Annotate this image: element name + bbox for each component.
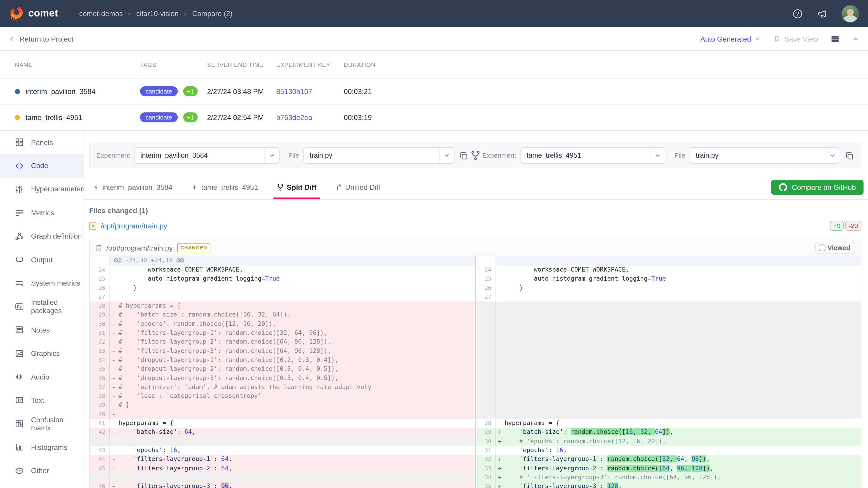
save-view-button[interactable]: Save View — [773, 35, 818, 43]
line-number: 32 — [476, 455, 496, 464]
sidebar-item-notes[interactable]: Notes — [0, 318, 84, 341]
compare-on-github-button[interactable]: Compare on GitHub — [771, 180, 864, 195]
experiment-key-link[interactable]: 85130b107 — [276, 87, 312, 96]
more-tags-badge[interactable]: +1 — [183, 86, 198, 96]
sidebar-item-output[interactable]: Output — [0, 248, 84, 271]
diff-sign: + — [498, 473, 502, 482]
sidebar-item-hyperparameters[interactable]: Hyperparameters — [0, 177, 84, 201]
line-number: 34 — [90, 356, 110, 365]
tag-badge[interactable]: candidate — [140, 86, 178, 96]
diff-code: -# 'filters-layergroup-3': random.choice… — [110, 347, 475, 356]
text-icon — [15, 396, 24, 404]
diff-line-ctx: 41hyperparams = { — [90, 419, 475, 428]
line-number: 28 — [476, 419, 496, 428]
diff-code: 'epochs': 16, — [496, 446, 861, 455]
left-file-select[interactable]: train.py — [304, 147, 454, 164]
diff-sign: + — [498, 437, 502, 446]
viewed-checkbox[interactable] — [819, 245, 825, 251]
server-end-time-cell: 2/27/24 02:54 PM — [203, 113, 272, 122]
confusion-icon — [15, 419, 24, 428]
table-layout-icon[interactable] — [830, 34, 840, 43]
save-view-label: Save View — [784, 35, 818, 43]
diff-code: -# 'epochs': random.choice([12, 16, 20])… — [110, 320, 475, 329]
back-chevron-icon — [9, 36, 15, 42]
compare-controls: Experiment interim_pavilion_3584 File tr… — [89, 143, 861, 168]
copy-icon[interactable] — [845, 151, 854, 160]
diff-code: -# 'filters-layergroup-1': random.choice… — [110, 329, 475, 338]
file-label: File — [675, 152, 685, 159]
breadcrumb-item[interactable]: cifar10-vision — [136, 9, 179, 18]
tab-split-diff[interactable]: Split Diff — [274, 175, 320, 199]
line-number: 26 — [476, 284, 496, 293]
notes-icon — [15, 326, 24, 334]
tab-label: Split Diff — [287, 183, 316, 191]
tab-unified-diff[interactable]: Unified Diff — [332, 175, 383, 199]
breadcrumb-item[interactable]: comet-demos — [79, 9, 123, 18]
breadcrumb-item[interactable]: Compare (2) — [192, 9, 232, 18]
experiment-key-link[interactable]: b763de2ea — [276, 113, 312, 122]
diff-panel-old: @@ -24,30 +24,19 @@24 workspace=COMET_WO… — [90, 256, 475, 488]
duration-cell: 00:03:19 — [339, 113, 868, 122]
user-avatar[interactable] — [841, 5, 859, 22]
left-experiment-select[interactable]: interim_pavilion_3584 — [134, 147, 279, 164]
diff-code: -# 'optimizer': 'adam', # adam adjusts t… — [110, 383, 475, 392]
return-to-project-button[interactable]: Return to Project — [9, 35, 73, 43]
line-number — [476, 320, 496, 329]
diff-line-del: 45- 'filters-layergroup-2': 64, — [90, 464, 475, 473]
diff-line-del: 46- 'filters-layergroup-3': 96, — [90, 482, 475, 488]
chevron-down-icon — [754, 35, 761, 42]
announcements-icon[interactable] — [817, 8, 827, 19]
collapse-chevron-icon[interactable] — [852, 35, 859, 42]
diff-alignment-gap — [476, 338, 861, 347]
right-experiment-select[interactable]: tame_trellis_4951 — [521, 147, 666, 164]
changed-file-link[interactable]: /opt/program/train.py — [101, 222, 167, 230]
audio-icon — [15, 372, 24, 381]
line-number: 24 — [476, 266, 496, 275]
diff-code: @@ -24,30 +24,19 @@ — [110, 256, 475, 266]
diff-panel-new: 24 workspace=COMET_WORKSPACE,25 auto_his… — [476, 256, 861, 488]
sidebar-item-panels[interactable]: Panels — [0, 131, 84, 154]
tab-tame-trellis-4951[interactable]: tame_trellis_4951 — [188, 175, 261, 199]
diff-line-del: 31-# 'filters-layergroup-1': random.choi… — [90, 329, 475, 338]
file-label: File — [288, 152, 299, 159]
more-tags-badge[interactable]: +1 — [183, 112, 198, 122]
help-icon[interactable]: ? — [793, 8, 803, 19]
sidebar-item-label: Metrics — [31, 208, 54, 217]
diff-hunk-header: @@ -24,30 +24,19 @@ — [90, 256, 475, 266]
view-toolbar: Return to Project Auto Generated Save Vi… — [0, 27, 868, 51]
diff-code: -# 'batch-size': random.choice([16, 32, … — [110, 311, 475, 320]
view-name-dropdown[interactable]: Auto Generated — [700, 35, 761, 43]
chevron-down-icon — [443, 152, 450, 159]
diff-code: -# 'loss': 'categorical_crossentropy' — [110, 392, 475, 401]
sidebar-item-metrics[interactable]: Metrics — [0, 201, 84, 224]
sidebar-item-text[interactable]: Text — [0, 389, 84, 412]
github-button-label: Compare on GitHub — [792, 183, 856, 191]
diff-sign: - — [112, 383, 116, 392]
diff-code: + 'filters-layergroup-3': 128, — [496, 482, 861, 488]
sidebar-item-installed-packages[interactable]: PyInstalled packages — [0, 295, 84, 318]
diff-line-del: 38-# 'loss': 'categorical_crossentropy' — [90, 392, 475, 401]
comet-logo[interactable]: comet — [9, 6, 58, 21]
sidebar-item-histograms[interactable]: Histograms — [0, 435, 84, 459]
line-number — [476, 401, 496, 410]
viewed-toggle[interactable]: Viewed — [815, 242, 855, 254]
tag-badge[interactable]: candidate — [140, 112, 178, 122]
diff-line-del: 35-# 'dropout-layergroup-2': random.choi… — [90, 365, 475, 374]
diff-sign: - — [112, 482, 116, 488]
sidebar-item-graphics[interactable]: Graphics — [0, 341, 84, 365]
sidebar-item-graph-definition[interactable]: Graph definition — [0, 224, 84, 248]
sidebar-item-other[interactable]: Other — [0, 459, 84, 482]
experiment-table-row[interactable]: interim_pavilion_3584candidate+12/27/24 … — [0, 78, 868, 104]
sidebar-item-audio[interactable]: Audio — [0, 365, 84, 389]
line-number: 27 — [90, 293, 110, 302]
experiment-table-row[interactable]: tame_trellis_4951candidate+12/27/24 02:5… — [0, 104, 868, 130]
sidebar-item-system-metrics[interactable]: System metrics — [0, 271, 84, 295]
diff-sign: - — [112, 338, 116, 347]
tab-interim-pavilion-3584[interactable]: interim_pavilion_3584 — [89, 175, 176, 199]
copy-icon[interactable] — [459, 151, 468, 160]
sidebar-item-confusion-matrix[interactable]: Confusion matrix — [0, 412, 84, 435]
sidebar-item-label: Graphics — [31, 349, 60, 358]
line-number — [476, 302, 496, 311]
sidebar-item-code[interactable]: Code — [0, 154, 84, 177]
right-file-select[interactable]: train.py — [690, 147, 840, 164]
